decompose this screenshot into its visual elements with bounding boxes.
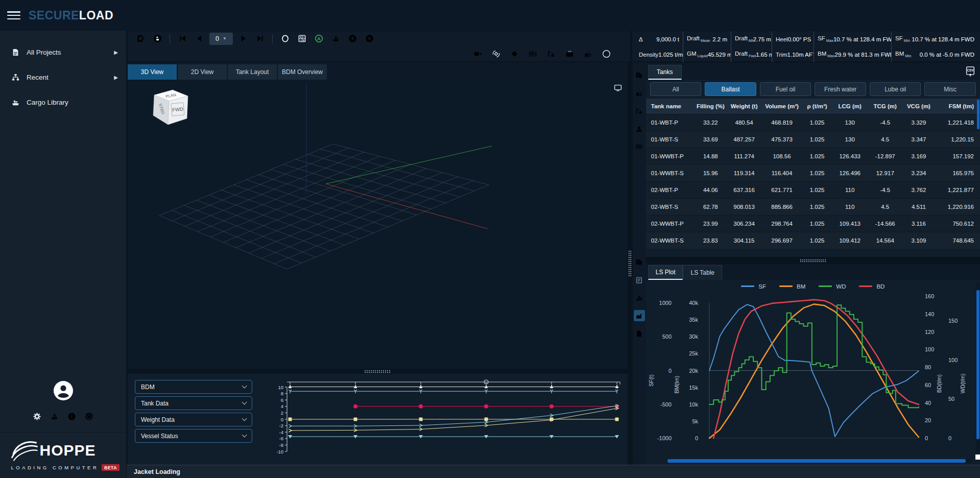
dropdown-label: Vessel Status bbox=[141, 433, 178, 440]
tank-cell: 1,221.418 bbox=[935, 114, 980, 131]
ship-dock-button[interactable] bbox=[544, 47, 558, 60]
skip-end-button[interactable] bbox=[253, 33, 267, 45]
filter-fuel-oil[interactable]: Fuel oil bbox=[760, 82, 811, 96]
tank-cell: 23.83 bbox=[695, 232, 726, 249]
legend-swatch bbox=[779, 285, 793, 287]
tank-row-02-wbt-p[interactable]: 02-WBT-P44.06637.316621.7711.025110-4.53… bbox=[646, 181, 980, 198]
rail-area-chart-icon[interactable] bbox=[634, 310, 645, 321]
filter-fresh-water[interactable]: Fresh water bbox=[815, 82, 866, 96]
resize-grip[interactable] bbox=[975, 455, 980, 460]
gear-icon[interactable] bbox=[33, 412, 41, 421]
tanks-table: Tank nameFilling (%)Weight (t)Volume (m³… bbox=[646, 99, 980, 249]
tank-cell: -4.5 bbox=[868, 181, 903, 198]
power-icon[interactable] bbox=[85, 412, 93, 421]
tank-row-02-wwbt-s[interactable]: 02-WWBT-S23.83304.115296.6971.025109.412… bbox=[646, 232, 980, 249]
tank-row-01-wwbt-s[interactable]: 01-WWBT-S15.96119.314116.4041.025126.496… bbox=[646, 164, 980, 181]
rail-ship-dock-icon[interactable] bbox=[634, 105, 645, 116]
dropdown-weight-data[interactable]: Weight Data bbox=[135, 413, 252, 426]
sidebar-item-recent[interactable]: Recent▶ bbox=[0, 65, 126, 90]
avatar[interactable] bbox=[53, 380, 74, 401]
tank-row-01-wwbt-p[interactable]: 01-WWBT-P14.88111.274108.561.025126.433-… bbox=[646, 148, 980, 164]
dropdown-vessel-status[interactable]: Vessel Status bbox=[135, 429, 252, 443]
auto-mode-button[interactable]: A bbox=[312, 33, 325, 45]
tab-3d-view[interactable]: 3D View bbox=[128, 64, 177, 80]
add-button[interactable] bbox=[346, 33, 359, 45]
vessel-icon[interactable] bbox=[50, 412, 59, 421]
filter-misc[interactable]: Misc bbox=[924, 82, 976, 96]
save-button[interactable] bbox=[151, 33, 164, 45]
sidebar-item-cargo-library[interactable]: Cargo Library bbox=[0, 90, 126, 115]
rail-cards-icon[interactable] bbox=[634, 69, 645, 81]
rail-barcode-icon[interactable] bbox=[634, 141, 645, 152]
tab-ls-plot[interactable]: LS Plot bbox=[648, 265, 683, 280]
rail-copy-icon[interactable] bbox=[634, 256, 645, 268]
status-cell-bmmin: BM Min0.0 % at -5.0 m FWD bbox=[891, 47, 978, 62]
tank-cell: 1,220.15 bbox=[935, 131, 980, 148]
info-icon[interactable] bbox=[67, 412, 76, 421]
tank-cell: 487.257 bbox=[727, 131, 762, 148]
rail-bar-chart-icon[interactable] bbox=[634, 292, 645, 303]
legend-item-bd[interactable]: BD bbox=[859, 283, 885, 290]
diamond-button[interactable] bbox=[508, 47, 521, 60]
vessel-button[interactable] bbox=[329, 33, 342, 45]
rail-forklift-icon[interactable] bbox=[634, 87, 645, 99]
camera-button[interactable] bbox=[471, 47, 484, 60]
status-value: 0.00° PS bbox=[788, 36, 811, 42]
legend-item-wd[interactable]: WD bbox=[819, 283, 846, 290]
play-button[interactable] bbox=[363, 33, 376, 45]
tab-tank-layout[interactable]: Tank Layout bbox=[228, 64, 277, 80]
tank-row-01-wbt-s[interactable]: 01-WBT-S33.69487.257475.3731.0251304.53.… bbox=[646, 131, 980, 148]
orientation-cube[interactable]: PLAN STBD FWD bbox=[141, 87, 190, 132]
frame-dropdown[interactable]: 0▼ bbox=[209, 33, 233, 45]
dropdown-bdm[interactable]: BDM bbox=[135, 380, 252, 394]
more-button[interactable] bbox=[600, 47, 613, 60]
rail-clipboard-icon[interactable] bbox=[634, 274, 645, 285]
vertical-resize-handle[interactable] bbox=[628, 250, 632, 277]
toolbar-row-primary: 0▼A bbox=[128, 31, 630, 46]
svg-text:-10: -10 bbox=[276, 449, 283, 455]
legend-label: WD bbox=[836, 283, 846, 290]
filter-lube-oil[interactable]: Lube oil bbox=[870, 82, 921, 96]
tab-2d-view[interactable]: 2D View bbox=[178, 64, 227, 80]
csv-export-icon[interactable]: CSV bbox=[965, 66, 976, 77]
rail-document-icon[interactable] bbox=[634, 328, 645, 339]
column-header: FSM (tm) bbox=[935, 99, 980, 114]
rail-person-icon[interactable] bbox=[634, 123, 645, 134]
sidebar-item-all-projects[interactable]: All Projects▶ bbox=[0, 40, 126, 65]
tank-row-01-wbt-p[interactable]: 01-WBT-P33.22480.54468.8191.025130-4.53.… bbox=[646, 114, 980, 131]
svg-text:8: 8 bbox=[281, 391, 283, 396]
menu-icon[interactable] bbox=[7, 10, 20, 20]
barcode-button[interactable] bbox=[526, 47, 539, 60]
calculator-button[interactable] bbox=[295, 33, 308, 45]
tank-cell: 304.115 bbox=[727, 232, 762, 249]
svg-text:120: 120 bbox=[925, 329, 934, 335]
edit-note-button[interactable] bbox=[134, 33, 147, 45]
horizontal-resize-handle[interactable] bbox=[364, 370, 391, 373]
filter-ballast[interactable]: Ballast bbox=[705, 82, 756, 96]
rotate-3d-button[interactable] bbox=[489, 47, 503, 60]
record-button[interactable] bbox=[278, 33, 292, 45]
briefcase-button[interactable] bbox=[563, 47, 576, 60]
tanks-scrollbar[interactable] bbox=[977, 100, 979, 129]
filter-all[interactable]: All bbox=[650, 82, 702, 96]
tanks-ls-resize-handle[interactable] bbox=[800, 259, 826, 262]
fullscreen-icon[interactable] bbox=[613, 84, 623, 92]
tab-tanks[interactable]: Tanks bbox=[648, 65, 682, 80]
dropdown-tank-data[interactable]: Tank Data bbox=[135, 396, 252, 410]
step-back-button[interactable] bbox=[193, 33, 206, 45]
viewport-3d[interactable]: PLAN STBD FWD bbox=[128, 80, 628, 369]
svg-text:40k: 40k bbox=[689, 300, 698, 306]
ls-vscrollbar[interactable] bbox=[976, 283, 979, 452]
tank-cell: 165.975 bbox=[935, 164, 980, 181]
tab-bdm-overview[interactable]: BDM Overview bbox=[278, 64, 327, 80]
tank-row-02-wbt-s[interactable]: 02-WBT-S62.78908.013885.8661.0251104.54.… bbox=[646, 198, 980, 215]
tank-row-02-wwbt-p[interactable]: 02-WWBT-P23.99306.234298.7641.025109.413… bbox=[646, 215, 980, 232]
tab-ls-table[interactable]: LS Table bbox=[683, 265, 722, 280]
ls-hscrollbar[interactable] bbox=[667, 459, 972, 463]
forklift-button[interactable] bbox=[581, 47, 594, 60]
skip-start-button[interactable] bbox=[176, 33, 189, 45]
step-forward-button[interactable] bbox=[236, 33, 250, 45]
legend-item-sf[interactable]: SF bbox=[741, 283, 766, 290]
svg-text:BM(tm): BM(tm) bbox=[674, 376, 680, 393]
legend-item-bm[interactable]: BM bbox=[779, 283, 805, 290]
